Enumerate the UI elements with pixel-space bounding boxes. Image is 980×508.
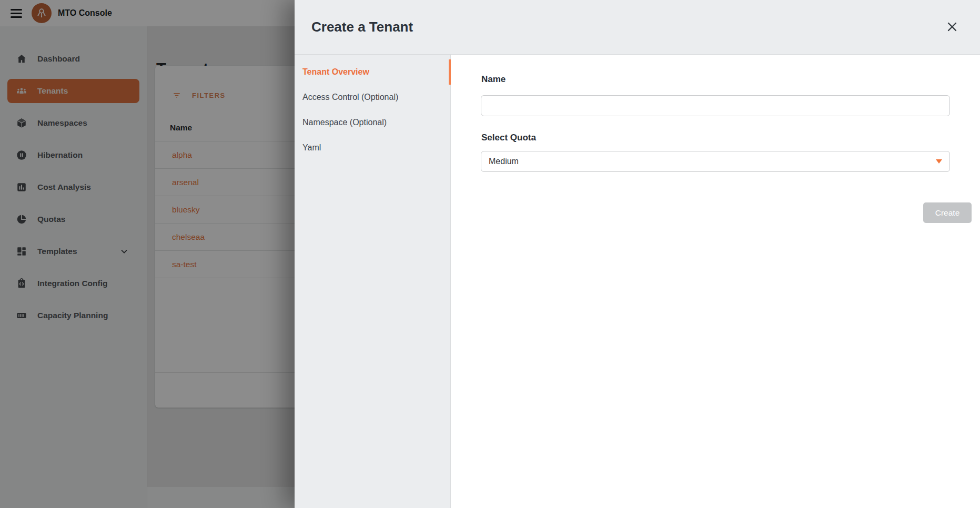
select-caret-icon [936, 159, 942, 164]
create-button[interactable]: Create [923, 202, 972, 223]
tenant-overview-form: Name Select Quota Medium Create [451, 55, 980, 508]
name-input[interactable] [481, 95, 950, 116]
quota-selected-value: Medium [489, 157, 519, 166]
drawer-header: Create a Tenant [295, 0, 980, 55]
step-namespace[interactable]: Namespace (Optional) [295, 110, 450, 135]
step-access-control[interactable]: Access Control (Optional) [295, 85, 450, 110]
drawer-body: Tenant Overview Access Control (Optional… [295, 55, 980, 508]
drawer-step-nav: Tenant Overview Access Control (Optional… [295, 55, 451, 508]
create-tenant-drawer: Create a Tenant Tenant Overview Access C… [295, 0, 980, 508]
drawer-title: Create a Tenant [311, 19, 413, 35]
step-tenant-overview[interactable]: Tenant Overview [295, 59, 450, 85]
quota-select[interactable]: Medium [481, 151, 950, 172]
name-label: Name [481, 74, 506, 85]
quota-label: Select Quota [481, 133, 536, 143]
close-icon[interactable] [944, 19, 960, 35]
step-yaml[interactable]: Yaml [295, 135, 450, 160]
app-root: MTO Console Dashboard Tenants Namespaces [0, 0, 980, 508]
